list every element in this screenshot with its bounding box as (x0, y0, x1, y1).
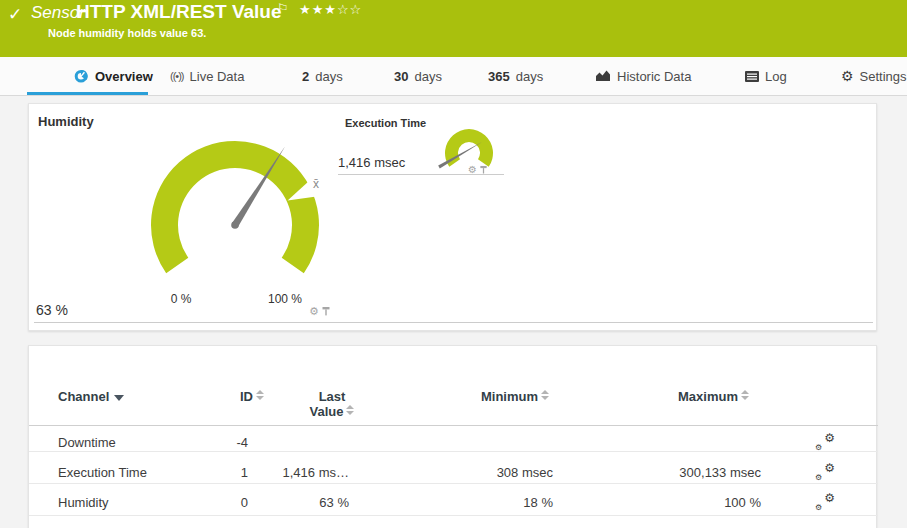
live-data-broadcast-icon: ((•)) (170, 70, 184, 82)
column-header-minimum[interactable]: Minimum (429, 389, 549, 404)
sensor-status-header: ✓ Sensor HTTP XML/REST Value ⚐ ★★★☆☆ Nod… (0, 0, 907, 57)
pin-icon[interactable] (321, 306, 331, 317)
sort-icon (741, 390, 749, 400)
channel-settings-gears-icon[interactable]: ⚙⚙ (815, 434, 835, 450)
sort-icon (541, 390, 549, 400)
tab-live-data-label: Live Data (190, 69, 245, 84)
pin-icon[interactable] (479, 165, 488, 175)
row-divider (29, 451, 878, 452)
execution-time-current-value: 1,416 msec (338, 155, 405, 170)
tab-settings-label: Settings (860, 69, 907, 84)
sensor-status-message: Node humidity holds value 63. (48, 27, 206, 39)
tab-365-days-label: days (516, 69, 543, 84)
cell-channel: Execution Time (58, 465, 147, 480)
tab-2-days[interactable]: 2 days (302, 57, 343, 95)
cell-last-value: 63 % (249, 495, 349, 510)
gauge-icon (73, 69, 89, 83)
tab-2-days-label: days (315, 69, 342, 84)
flag-icon[interactable]: ⚐ (277, 1, 289, 16)
chart-icon (596, 70, 611, 82)
cell-maximum: 300,133 msec (619, 465, 761, 480)
channels-table-panel: Channel ID Last Value Minimum Maximum Do… (28, 345, 877, 528)
tab-30-days[interactable]: 30 days (394, 57, 442, 95)
gauge-block-divider (34, 322, 873, 323)
humidity-current-value: 63 % (36, 302, 68, 318)
sort-desc-caret-icon (114, 395, 124, 401)
cell-minimum: 18 % (409, 495, 553, 510)
tab-365-days-number: 365 (488, 69, 510, 84)
tab-settings[interactable]: ⚙ Settings (841, 57, 907, 95)
channel-settings-gears-icon[interactable]: ⚙⚙ (815, 494, 835, 510)
mini-gauge-divider (338, 174, 504, 175)
column-header-maximum[interactable]: Maximum (629, 389, 749, 404)
humidity-gauge-tools: ⚙ (309, 305, 331, 318)
column-header-last-value[interactable]: Last Value (301, 389, 363, 419)
cell-id: 1 (149, 465, 248, 480)
humidity-gauge (135, 137, 335, 297)
tab-historic-data[interactable]: Historic Data (596, 57, 691, 95)
status-ok-check-icon: ✓ (8, 4, 22, 25)
cell-id: 0 (149, 495, 248, 510)
active-tab-underline (27, 92, 148, 95)
sort-icon (346, 405, 354, 415)
tab-2-days-number: 2 (302, 69, 309, 84)
row-divider (29, 483, 878, 484)
gear-icon: ⚙ (841, 68, 854, 84)
tab-log[interactable]: Log (745, 57, 787, 95)
tab-log-label: Log (765, 69, 787, 84)
humidity-scale-min: 0 % (151, 292, 211, 306)
tab-30-days-label: days (414, 69, 441, 84)
cell-id: -4 (149, 435, 248, 450)
cell-minimum: 308 msec (409, 465, 553, 480)
sensor-title: HTTP XML/REST Value (76, 1, 282, 23)
humidity-scale-max: 100 % (255, 292, 315, 306)
sort-icon (256, 390, 264, 400)
average-marker-label: x̄ (313, 177, 319, 191)
cell-channel: Downtime (58, 435, 116, 450)
table-header-divider (29, 425, 878, 426)
cell-last-value: 1,416 ms… (249, 465, 349, 480)
tab-bar: Overview ((•)) Live Data 2 days 30 days … (0, 57, 907, 96)
channel-settings-gears-icon[interactable]: ⚙⚙ (815, 464, 835, 480)
tab-live-data[interactable]: ((•)) Live Data (170, 57, 244, 95)
overview-gauges-panel: Humidity x̄ 0 % 100 % 63 % ⚙ Execution T… (28, 103, 877, 331)
cell-channel: Humidity (58, 495, 109, 510)
log-list-icon (745, 71, 759, 82)
row-divider (29, 515, 878, 516)
tab-overview-label: Overview (95, 69, 153, 84)
execution-time-gauge-title: Execution Time (345, 117, 426, 129)
gauge-settings-gear-icon[interactable]: ⚙ (309, 305, 319, 318)
tab-30-days-number: 30 (394, 69, 408, 84)
column-header-id[interactable]: ID (179, 389, 264, 404)
column-header-channel[interactable]: Channel (58, 389, 124, 404)
tab-365-days[interactable]: 365 days (488, 57, 543, 95)
tab-historic-data-label: Historic Data (617, 69, 691, 84)
cell-maximum: 100 % (619, 495, 761, 510)
priority-stars[interactable]: ★★★☆☆ (299, 2, 362, 17)
tab-overview[interactable]: Overview (73, 57, 153, 95)
humidity-gauge-title: Humidity (38, 114, 94, 129)
